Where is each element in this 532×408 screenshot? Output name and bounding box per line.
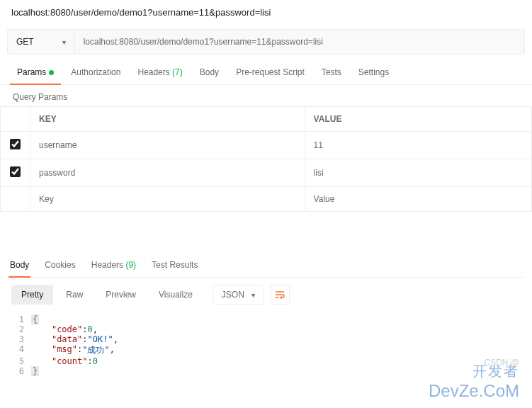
request-title: localhost:8080/user/demo/demo1?username=…: [0, 0, 532, 25]
param-value[interactable]: 11: [305, 132, 531, 159]
value-input[interactable]: Value: [305, 187, 531, 212]
col-key: KEY: [30, 107, 305, 132]
col-value: VALUE: [305, 107, 531, 132]
tab-prerequest[interactable]: Pre-request Script: [229, 62, 312, 84]
params-indicator-icon: [49, 70, 54, 75]
format-dropdown[interactable]: JSON▾: [213, 285, 264, 305]
params-table: KEY VALUE username 11 password lisi Key …: [0, 106, 532, 212]
view-preview[interactable]: Preview: [96, 285, 146, 305]
url-input[interactable]: localhost:8080/user/demo/demo1?username=…: [75, 30, 524, 54]
request-tabs: Params Authorization Headers (7) Body Pr…: [0, 62, 532, 85]
response-tabs: Body Cookies Headers (9) Test Results: [9, 254, 523, 278]
request-bar: GET ▾ localhost:8080/user/demo/demo1?use…: [7, 29, 525, 55]
tab-body[interactable]: Body: [193, 62, 226, 84]
tab-params[interactable]: Params: [10, 62, 61, 84]
chevron-down-icon: ▾: [251, 291, 255, 299]
resp-tab-cookies[interactable]: Cookies: [43, 254, 77, 277]
param-key[interactable]: username: [30, 132, 305, 159]
row-checkbox[interactable]: [10, 139, 21, 149]
resp-tab-headers[interactable]: Headers (9): [90, 254, 137, 277]
tab-settings[interactable]: Settings: [351, 62, 396, 84]
table-row-empty: Key Value: [1, 187, 532, 212]
method-select[interactable]: GET ▾: [8, 30, 75, 54]
tab-tests[interactable]: Tests: [315, 62, 349, 84]
resp-tab-body[interactable]: Body: [9, 254, 30, 277]
table-header-row: KEY VALUE: [1, 107, 532, 132]
table-row: password lisi: [1, 159, 532, 187]
param-key[interactable]: password: [30, 159, 305, 187]
view-pretty[interactable]: Pretty: [11, 285, 53, 305]
param-value[interactable]: lisi: [305, 159, 531, 187]
view-raw[interactable]: Raw: [56, 285, 93, 305]
view-visualize[interactable]: Visualize: [149, 285, 203, 305]
query-params-label: Query Params: [0, 85, 532, 106]
row-checkbox[interactable]: [10, 166, 21, 177]
method-label: GET: [16, 37, 34, 47]
resp-tab-test-results[interactable]: Test Results: [150, 254, 199, 277]
view-bar: Pretty Raw Preview Visualize JSON▾: [9, 278, 523, 312]
response-panel: Body Cookies Headers (9) Test Results Pr…: [0, 254, 532, 383]
response-body[interactable]: 1{ 2 "code": 0, 3 "data": "OK!", 4 "msg"…: [9, 312, 523, 383]
tab-headers[interactable]: Headers (7): [130, 62, 189, 84]
wrap-lines-icon[interactable]: [270, 285, 290, 305]
key-input[interactable]: Key: [30, 187, 305, 212]
tab-authorization[interactable]: Authorization: [64, 62, 128, 84]
chevron-down-icon: ▾: [62, 38, 66, 46]
table-row: username 11: [1, 132, 532, 159]
